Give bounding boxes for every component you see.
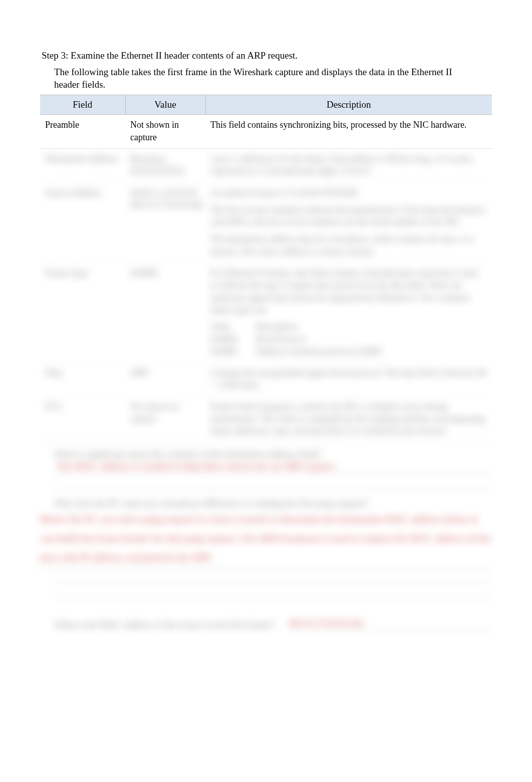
- blank-line: [54, 572, 492, 583]
- cell-value: ARP: [125, 363, 205, 397]
- mac-answer: 00:15:17:62:62:6d: [290, 618, 492, 630]
- code-val: Description: [255, 321, 298, 333]
- table-row: FCS Not shown in capture Frame Check Seq…: [40, 396, 492, 442]
- code-key: 0x0800: [210, 333, 255, 345]
- cell-field: Destination Address: [40, 148, 125, 182]
- code-row: Value Description: [210, 321, 487, 333]
- desc-intro: For Ethernet II frames, this field conta…: [210, 267, 487, 316]
- col-value: Value: [125, 95, 205, 115]
- ethernet-header-table: Field Value Description Preamble Not sho…: [40, 95, 492, 442]
- cell-desc: This field contains synchronizing bits, …: [205, 115, 492, 149]
- table-row: Preamble Not shown in capture This field…: [40, 115, 492, 149]
- answer: The MAC address is needed to help find a…: [56, 461, 492, 474]
- cell-field: Data: [40, 363, 125, 397]
- cell-value: Broadcast (ff:ff:ff:ff:ff:ff): [125, 148, 205, 182]
- code-row: 0x0800 IPv4 Protocol: [210, 333, 487, 345]
- qa-section: What is significant about the contents o…: [40, 449, 492, 598]
- answer-text: Before the PC can send a ping request to…: [40, 510, 492, 569]
- blank-line: [54, 586, 492, 598]
- code-key: 0x0806: [210, 345, 255, 357]
- intro-paragraph: The following table takes the first fram…: [54, 66, 462, 91]
- cell-desc: A common format is 12:34:56:78:9A:BC. Th…: [205, 182, 492, 263]
- table-header-row: Field Value Description: [40, 95, 492, 115]
- table-row: Data ARP Contains the encapsulated upper…: [40, 363, 492, 397]
- cell-field: Preamble: [40, 115, 125, 149]
- cell-desc: Contains the encapsulated upper-level pr…: [205, 363, 492, 397]
- table-row: Frame Type 0x0806 For Ethernet II frames…: [40, 263, 492, 363]
- desc-line: The first six hex numbers indicate the m…: [210, 204, 487, 228]
- code-row: 0x0806 Address resolution protocol (ARP): [210, 345, 487, 357]
- code-val: IPv4 Protocol: [255, 333, 306, 345]
- cell-value: Not shown in capture: [125, 115, 205, 149]
- col-field: Field: [40, 95, 125, 115]
- step-title: Step 3: Examine the Ethernet II header c…: [42, 50, 492, 61]
- desc-line: The destination address may be a broadca…: [210, 233, 487, 257]
- answer: Before the PC can send a ping request to…: [40, 510, 492, 569]
- cell-desc: For Ethernet II frames, this field conta…: [205, 263, 492, 363]
- code-key: Value: [210, 321, 255, 333]
- cell-desc: Frame Check Sequence, used by the NIC to…: [205, 396, 492, 442]
- cell-value: 0x0806: [125, 263, 205, 363]
- code-val: Address resolution protocol (ARP): [255, 345, 381, 357]
- cell-value: Not shown in capture: [125, 396, 205, 442]
- question: Why does the PC send out a broadcast ARP…: [54, 498, 492, 509]
- col-desc: Description: [205, 95, 492, 115]
- table-row: Destination Address Broadcast (ff:ff:ff:…: [40, 148, 492, 182]
- blank-line: [54, 477, 492, 489]
- cell-desc: Layer 2 addresses for the frame. Each ad…: [205, 148, 492, 182]
- cell-field: Frame Type: [40, 263, 125, 363]
- mac-question: What is the MAC address of the source in…: [54, 619, 275, 630]
- table-row: Source Address IntelCor_62:62:6d (00:15:…: [40, 182, 492, 263]
- desc-line: A common format is 12:34:56:78:9A:BC.: [210, 187, 487, 199]
- cell-value: IntelCor_62:62:6d (00:15:17:62:62:6d): [125, 182, 205, 263]
- question: What is significant about the contents o…: [54, 449, 492, 460]
- cell-field: Source Address: [40, 182, 125, 263]
- mac-question-row: What is the MAC address of the source in…: [54, 618, 492, 630]
- cell-field: FCS: [40, 396, 125, 442]
